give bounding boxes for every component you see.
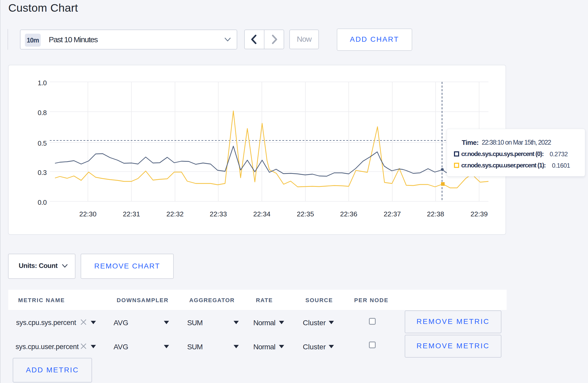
svg-text:22:38: 22:38 (427, 210, 444, 218)
svg-text:0.5: 0.5 (38, 139, 47, 147)
svg-text:22:34: 22:34 (253, 210, 270, 218)
svg-text:0.3: 0.3 (38, 169, 47, 176)
svg-text:1.0: 1.0 (38, 79, 47, 87)
svg-text:22:31: 22:31 (123, 210, 140, 218)
svg-text:22:33: 22:33 (210, 210, 227, 218)
svg-text:22:32: 22:32 (166, 210, 184, 218)
svg-text:0.0: 0.0 (38, 198, 47, 206)
svg-text:22:36: 22:36 (340, 210, 357, 218)
svg-text:22:37: 22:37 (384, 210, 401, 218)
svg-text:0.8: 0.8 (38, 109, 47, 117)
svg-text:22:39: 22:39 (471, 210, 488, 218)
svg-text:22:30: 22:30 (79, 210, 96, 218)
svg-text:22:35: 22:35 (297, 210, 314, 218)
